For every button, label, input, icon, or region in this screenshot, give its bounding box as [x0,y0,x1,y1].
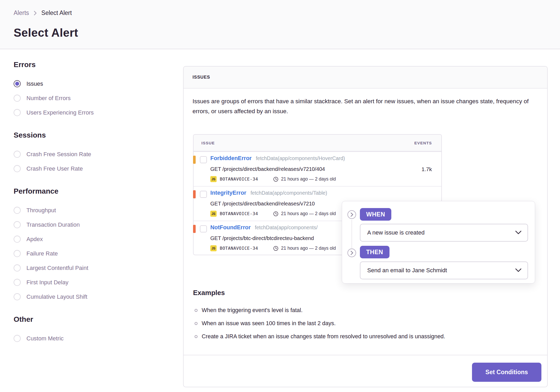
issue-culprit: fetchData(app/components/ [255,225,318,231]
radio-option-largest-contentful-paint[interactable]: Largest Contentful Paint [14,261,171,275]
radio-option-throughput[interactable]: Throughput [14,203,171,217]
radio-icon[interactable] [14,264,21,271]
issue-project-slug: BOTANAVOICE-34 [220,177,258,182]
radio-icon[interactable] [14,151,21,158]
radio-option-apdex[interactable]: Apdex [14,232,171,246]
issue-name-link[interactable]: NotFoundError [210,224,251,231]
when-badge: WHEN [360,208,391,221]
footer-divider [184,355,547,355]
radio-icon[interactable] [14,221,21,228]
circled-chevron-right-icon [347,248,356,257]
radio-icon[interactable] [14,279,21,286]
clock-icon [273,211,278,216]
radio-label: Users Experiencing Errors [26,109,94,116]
issue-checkbox[interactable] [200,156,207,163]
example-text: When the triggering event's level is fat… [202,307,303,314]
radio-label: Crash Free Session Rate [26,151,91,158]
issue-checkbox[interactable] [200,191,207,198]
breadcrumb-alerts-link[interactable]: Alerts [14,9,29,17]
issue-level-indicator [193,225,196,233]
page-title: Select Alert [14,26,78,39]
radio-icon[interactable] [14,165,21,172]
set-conditions-button[interactable]: Set Conditions [472,363,541,382]
javascript-platform-icon: JS [210,245,217,251]
clock-icon [273,177,278,182]
radio-option-transaction-duration[interactable]: Transaction Duration [14,217,171,232]
radio-option-number-of-errors[interactable]: Number of Errors [14,91,171,105]
radio-option-failure-rate[interactable]: Failure Rate [14,246,171,261]
radio-label: Transaction Duration [26,221,80,228]
section-other: Other Custom Metric [14,315,171,346]
issue-name-link[interactable]: IntegrityError [210,190,246,196]
chevron-down-icon [515,267,522,274]
column-header-events: EVENTS [414,141,432,145]
issue-level-indicator [193,156,196,164]
radio-option-users-experiencing-errors[interactable]: Users Experiencing Errors [14,105,171,120]
alert-type-sidebar: Errors Issues Number of Errors Users Exp… [14,60,171,346]
then-action-value: Send an email to Jane Schmidt [367,267,447,274]
panel-description: Issues are groups of errors that have a … [193,96,542,116]
table-header-row: ISSUE EVENTS [194,135,441,151]
issue-culprit: fetchData(app/components/Table) [250,190,327,196]
column-header-issue: ISSUE [194,141,215,145]
radio-option-first-input-delay[interactable]: First Input Delay [14,275,171,290]
radio-option-crash-free-user-rate[interactable]: Crash Free User Rate [14,161,171,176]
select-alert-page: Alerts Select Alert Select Alert Errors … [0,0,560,392]
examples-heading: Examples [193,289,225,297]
section-errors: Errors Issues Number of Errors Users Exp… [14,60,171,120]
section-heading: Errors [14,60,171,69]
then-badge: THEN [360,246,389,258]
radio-label: Apdex [26,236,43,243]
when-condition-select[interactable]: A new issue is created [360,224,528,242]
bullet-icon [195,335,197,338]
table-row-forbidden-error: ForbiddenError fetchData(app/components/… [194,151,441,186]
issue-query: GET /projects/btc-direct/btcdirecteu-bac… [210,235,314,241]
issue-age: 21 hours ago — 2 days old [281,211,336,216]
breadcrumb: Alerts Select Alert [14,9,72,17]
radio-label: Throughput [26,207,56,214]
radio-label: Issues [26,80,43,87]
panel-header: ISSUES [184,67,547,89]
issue-age: 21 hours ago — 2 days old [281,176,336,182]
radio-option-issues[interactable]: Issues [14,77,171,91]
issue-level-indicator [193,190,196,198]
then-action-select[interactable]: Send an email to Jane Schmidt [360,262,528,279]
issue-project-slug: BOTANAVOICE-34 [220,246,258,251]
issue-culprit: fetchData(app/components/HoverCard) [256,155,345,161]
issue-project-slug: BOTANAVOICE-34 [220,211,258,216]
radio-icon[interactable] [14,80,21,87]
radio-icon[interactable] [14,95,21,102]
radio-option-crash-free-session-rate[interactable]: Crash Free Session Rate [14,147,171,161]
clock-icon [273,246,278,251]
radio-icon[interactable] [14,293,21,300]
issue-query: GET /projects/direct/backend/releases/v7… [210,201,315,207]
examples-list: When the triggering event's level is fat… [195,304,445,343]
radio-label: Cumulative Layout Shift [26,293,87,300]
radio-icon[interactable] [14,236,21,243]
section-heading: Other [14,315,171,324]
circled-chevron-right-icon [347,210,356,219]
radio-icon[interactable] [14,250,21,257]
issue-checkbox[interactable] [200,225,207,232]
issue-name-link[interactable]: ForbiddenError [210,155,252,162]
radio-label: Failure Rate [26,250,58,257]
example-item: When the triggering event's level is fat… [195,304,445,317]
section-performance: Performance Throughput Transaction Durat… [14,187,171,304]
radio-label: Crash Free User Rate [26,165,83,172]
rule-conditions-popup: WHEN A new issue is created THEN Send an… [342,201,535,284]
javascript-platform-icon: JS [210,211,217,217]
radio-option-cumulative-layout-shift[interactable]: Cumulative Layout Shift [14,290,171,304]
section-sessions: Sessions Crash Free Session Rate Crash F… [14,131,171,176]
radio-label: Largest Contentful Paint [26,265,88,271]
issues-panel: ISSUES Issues are groups of errors that … [183,66,548,387]
radio-label: First Input Delay [26,279,68,286]
connector-dotted-line [352,220,352,248]
bullet-icon [195,322,197,325]
bullet-icon [195,309,197,312]
radio-option-custom-metric[interactable]: Custom Metric [14,331,171,346]
radio-icon[interactable] [14,335,21,342]
example-item: Create a JIRA ticket when an issue chang… [195,330,445,343]
radio-icon[interactable] [14,109,21,116]
issue-query: GET /projects/direct/backend/releases/v7… [210,166,325,172]
radio-icon[interactable] [14,207,21,214]
